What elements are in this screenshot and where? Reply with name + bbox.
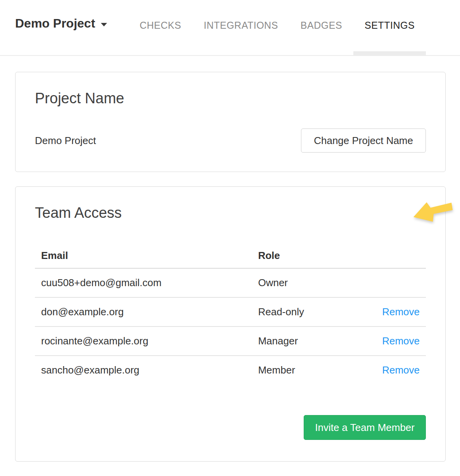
member-action-cell: Remove [367, 356, 426, 384]
project-title: Demo Project [15, 16, 95, 31]
settings-page: Project Name Demo Project Change Project… [15, 72, 446, 462]
project-name-value: Demo Project [35, 135, 96, 153]
team-access-card: Team Access Email Role cuu508+demo@gmail… [15, 186, 446, 462]
table-row: cuu508+demo@gmail.com Owner [35, 268, 426, 297]
member-role: Owner [252, 268, 367, 297]
email-column-header: Email [35, 243, 252, 268]
project-name-card: Project Name Demo Project Change Project… [15, 72, 446, 172]
tab-checks[interactable]: CHECKS [128, 0, 192, 55]
change-project-name-button[interactable]: Change Project Name [301, 129, 426, 153]
remove-member-link[interactable]: Remove [382, 364, 420, 376]
project-tabs: CHECKS INTEGRATIONS BADGES SETTINGS [128, 0, 426, 55]
role-column-header: Role [252, 243, 367, 268]
team-access-card-title: Team Access [35, 204, 426, 222]
action-column-header [367, 243, 426, 268]
table-row: rocinante@example.org Manager Remove [35, 327, 426, 356]
remove-member-link[interactable]: Remove [382, 306, 420, 318]
project-header: Demo Project CHECKS INTEGRATIONS BADGES … [0, 0, 460, 56]
invite-row: Invite a Team Member [35, 415, 426, 440]
tab-settings-label: SETTINGS [365, 20, 415, 31]
member-email: don@example.org [35, 297, 252, 327]
project-name-row: Demo Project Change Project Name [35, 129, 426, 153]
member-role: Read-only [252, 297, 367, 327]
tab-badges[interactable]: BADGES [289, 0, 353, 55]
chevron-down-icon [101, 23, 107, 26]
member-role: Manager [252, 327, 367, 356]
member-action-cell: Remove [367, 327, 426, 356]
member-action-cell: Remove [367, 297, 426, 327]
table-header-row: Email Role [35, 243, 426, 268]
invite-team-member-button[interactable]: Invite a Team Member [304, 415, 426, 440]
tab-integrations[interactable]: INTEGRATIONS [192, 0, 289, 55]
team-members-table: Email Role cuu508+demo@gmail.com Owner d… [35, 243, 426, 384]
member-email: rocinante@example.org [35, 327, 252, 356]
table-row: sancho@example.org Member Remove [35, 356, 426, 384]
table-row: don@example.org Read-only Remove [35, 297, 426, 327]
member-email: cuu508+demo@gmail.com [35, 268, 252, 297]
project-switcher[interactable]: Demo Project [15, 16, 107, 31]
member-role: Member [252, 356, 367, 384]
project-name-card-title: Project Name [35, 89, 426, 107]
member-action-cell [367, 268, 426, 297]
member-email: sancho@example.org [35, 356, 252, 384]
tab-settings[interactable]: SETTINGS [353, 0, 426, 55]
active-tab-indicator [353, 51, 426, 55]
remove-member-link[interactable]: Remove [382, 335, 420, 347]
